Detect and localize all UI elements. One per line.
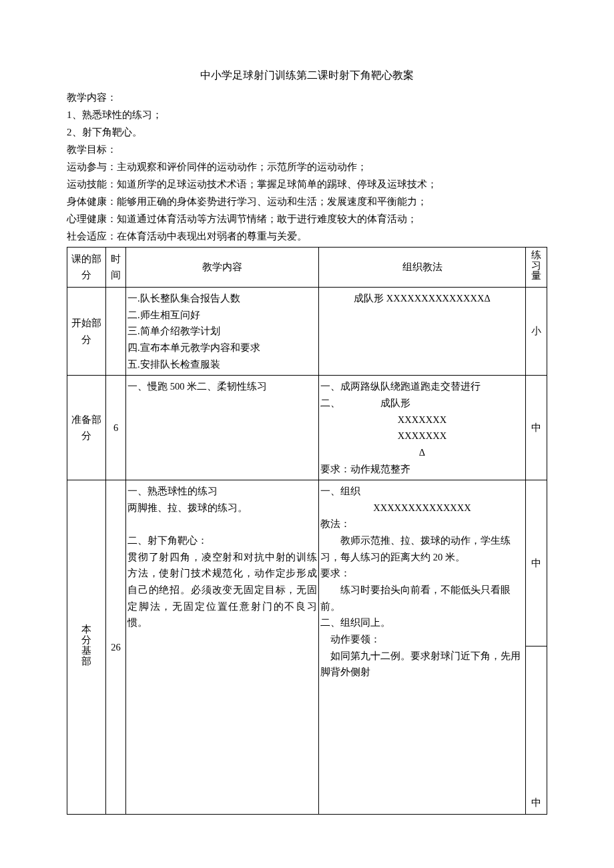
method-line: 练习时要抬头向前看，不能低头只看眼前。: [320, 582, 524, 614]
method-line: XXXXXXX: [320, 412, 524, 428]
cell-method: 成队形 XXXXXXXXXXXXXXΔ: [319, 288, 526, 376]
table-header-row: 课的部分 时间 教学内容 组织教法 练习量: [67, 247, 547, 288]
content-item-1: 1、熟悉球性的练习；: [67, 107, 547, 123]
cell-part: 开始部分: [67, 288, 106, 376]
goal-3: 身体健康：能够用正确的身体姿势进行学习、运动和生活；发展速度和平衡能力；: [67, 193, 547, 209]
content-line: 贯彻了射四角，凌空射和对抗中射的训练方法，使射门技术规范化，动作定步形成自己的绝…: [127, 549, 317, 631]
cell-part: 准备部分: [67, 376, 106, 480]
content-line: 二、射下角靶心：: [127, 532, 317, 549]
formation-text: 成队形 XXXXXXXXXXXXXXΔ: [320, 290, 524, 307]
method-line: XXXXXXX: [320, 428, 524, 444]
header-method: 组织教法: [319, 247, 526, 288]
cell-amount: 中: [526, 376, 547, 480]
method-line: XXXXXXXXXXXXXX: [320, 500, 524, 516]
method-line: 教师示范推、拉、拨球的动作，学生练习，每人练习的距离大约 20 米。: [320, 532, 524, 565]
intro-block: 教学内容： 1、熟悉球性的练习； 2、射下角靶心。 教学目标： 运动参与：主动观…: [67, 89, 547, 244]
method-line: 如同第九十二例。要求射球门近下角，先用脚背外侧射: [320, 648, 524, 681]
cell-content: 一、熟悉球性的练习 两脚推、拉、拨球的练习。 二、射下角靶心： 贯彻了射四角，凌…: [126, 480, 319, 815]
cell-part: 本分基部: [67, 480, 106, 815]
table-row: 本分基部 26 一、熟悉球性的练习 两脚推、拉、拨球的练习。 二、射下角靶心： …: [67, 480, 547, 646]
method-line: 要求：动作规范整齐: [320, 461, 524, 478]
method-line: 一、成两路纵队绕跑道跑走交替进行: [320, 378, 524, 395]
cell-time: 6: [106, 376, 126, 480]
content-line: 两脚推、拉、拨球的练习。: [127, 500, 317, 516]
method-line: 二、组织同上。: [320, 614, 524, 631]
method-line: 二、 成队形: [320, 395, 524, 412]
cell-method: 一、成两路纵队绕跑道跑走交替进行 二、 成队形 XXXXXXX XXXXXXX …: [319, 376, 526, 480]
method-line: 一、组织: [320, 483, 524, 500]
cell-time: [106, 288, 126, 376]
header-part: 课的部分: [67, 247, 106, 288]
content-item-2: 2、射下角靶心。: [67, 124, 547, 140]
heading-goal: 教学目标：: [67, 141, 547, 157]
method-line: 动作要领：: [320, 631, 524, 648]
goal-4: 心理健康：知道通过体育活动等方法调节情绪；敢于进行难度较大的体育活动；: [67, 211, 547, 227]
header-amount: 练习量: [526, 247, 547, 288]
goal-5: 社会适应：在体育活动中表现出对弱者的尊重与关爱。: [67, 228, 547, 244]
method-line: 要求：: [320, 565, 524, 582]
cell-amount: 小: [526, 288, 547, 376]
heading-content: 教学内容：: [67, 89, 547, 105]
header-time: 时间: [106, 247, 126, 288]
cell-content: 一.队长整队集合报告人数 二.师生相互问好 三.简单介绍教学计划 四.宣布本单元…: [126, 288, 319, 376]
content-line: 一、熟悉球性的练习: [127, 483, 317, 500]
table-row: 开始部分 一.队长整队集合报告人数 二.师生相互问好 三.简单介绍教学计划 四.…: [67, 288, 547, 376]
header-content: 教学内容: [126, 247, 319, 288]
method-line: Δ: [320, 444, 524, 461]
cell-amount: 中: [526, 646, 547, 815]
cell-method: 一、组织 XXXXXXXXXXXXXX 教法： 教师示范推、拉、拨球的动作，学生…: [319, 480, 526, 815]
goal-2: 运动技能：知道所学的足球运动技术术语；掌握足球简单的踢球、停球及运球技术；: [67, 176, 547, 192]
goal-1: 运动参与：主动观察和评价同伴的运动动作；示范所学的运动动作；: [67, 159, 547, 175]
method-line: 教法：: [320, 516, 524, 532]
document-title: 中小学足球射门训练第二课时射下角靶心教案: [67, 67, 547, 84]
table-row: 准备部分 6 一、慢跑 500 米二、柔韧性练习 一、成两路纵队绕跑道跑走交替进…: [67, 376, 547, 480]
lesson-table: 课的部分 时间 教学内容 组织教法 练习量 开始部分 一.队长整队集合报告人数 …: [67, 247, 547, 815]
cell-amount: 中: [526, 480, 547, 646]
cell-time: 26: [106, 480, 126, 815]
cell-content: 一、慢跑 500 米二、柔韧性练习: [126, 376, 319, 480]
